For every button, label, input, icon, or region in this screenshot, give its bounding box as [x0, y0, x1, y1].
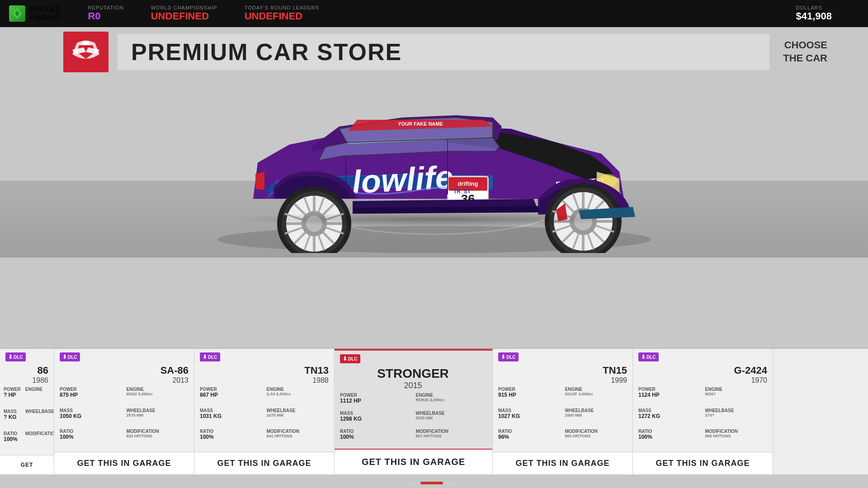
car-card-g2424[interactable]: ⬇ DLC G-2424 1970 POWER 1124 HP ENGINE M…: [633, 349, 773, 474]
store-title: PREMIUM CAR STORE: [131, 38, 402, 66]
ratio-stronger: 100%: [340, 434, 411, 440]
dlc-badge-tn15: ⬇ DLC: [498, 352, 519, 361]
mod-sa86: 833 HP/TONS: [127, 434, 189, 438]
profile-name: FuriDori3: [30, 14, 61, 22]
get-garage-btn-g2424[interactable]: GET THIS IN GARAGE: [633, 452, 773, 474]
profile-label: PROFILE: [30, 5, 61, 14]
mod-label-stronger: MODIFICATION: [416, 429, 487, 434]
ratio-label-sa86: RATIO: [60, 429, 122, 434]
car-display-area: YOUR FAKE NAME lowlife drifting 36 TR_ST…: [90, 72, 778, 253]
get-garage-btn-tn13[interactable]: GET THIS IN GARAGE: [194, 452, 334, 474]
car-year-stronger: 2015: [339, 381, 487, 390]
power-g2424: 1124 HP: [638, 392, 701, 398]
round-leaders-value: UNDEFINED: [245, 10, 319, 22]
car-year-tn15: 1999: [520, 376, 627, 385]
reputation-label: REPUTATION: [88, 5, 123, 10]
dlc-badge-stronger: ⬇ DLC: [340, 354, 360, 363]
store-logo: [63, 32, 108, 72]
top-bar: PROFILE FuriDori3 REPUTATION R0 WORLD CH…: [0, 0, 868, 27]
wb-label-tn13: WHEELBASE: [267, 408, 329, 413]
store-title-bg: PREMIUM CAR STORE: [118, 34, 769, 70]
mod-label-tn15: MODIFICATION: [565, 429, 627, 434]
mass-label-stronger: MASS: [340, 411, 411, 416]
car-name-partial: 86: [27, 365, 48, 376]
choose-car-button[interactable]: CHOOSETHE CAR: [769, 32, 841, 71]
mod-label-sa86: MODIFICATION: [127, 429, 189, 434]
car-card-sa86[interactable]: ⬇ DLC SA-86 2013 POWER 875 HP ENGINE MS6…: [54, 349, 194, 474]
championship-value: UNDEFINED: [151, 10, 217, 22]
wb-sa86: 2570 MM: [127, 413, 189, 418]
power-tn13: 867 HP: [200, 392, 262, 398]
ratio-tn13: 100%: [200, 434, 262, 440]
mod-tn13: 841 HP/TONS: [267, 434, 329, 438]
ratio-tn15: 96%: [498, 434, 561, 440]
engine-label-sa86: ENGINE: [127, 387, 189, 392]
ratio-label-stronger: RATIO: [340, 429, 411, 434]
championship-label: WORLD CHAMPIONSHIP: [151, 5, 217, 10]
svg-text:YOUR FAKE NAME: YOUR FAKE NAME: [398, 121, 443, 127]
dlc-badge-tn13: ⬇ DLC: [200, 352, 220, 361]
dlc-badge-sa86: ⬇ DLC: [60, 352, 80, 361]
ratio-label-tn13: RATIO: [200, 429, 262, 434]
car-carousel: ⬇ DLC 86 1986 POWER ? HP ENGINE MASS ? K…: [0, 348, 868, 474]
car-year-tn13: 1988: [222, 376, 329, 385]
power-stronger: 1112 HP: [340, 398, 411, 404]
engine-label-tn13: ENGINE: [267, 387, 329, 392]
car-year-g2424: 1970: [660, 376, 767, 385]
wb-g2424: 274?: [705, 413, 768, 418]
get-garage-btn-partial[interactable]: GET: [0, 455, 54, 474]
choose-car-label: CHOOSETHE CAR: [783, 39, 827, 65]
mass-label-tn13: MASS: [200, 408, 262, 413]
mod-label-tn13: MODIFICATION: [267, 429, 329, 434]
mass-tn13: 1031 KG: [200, 413, 262, 419]
mass-label-g2424: MASS: [638, 408, 701, 413]
ratio-label-tn15: RATIO: [498, 429, 561, 434]
get-garage-btn-tn15[interactable]: GET THIS IN GARAGE: [493, 452, 632, 474]
engine-label-g2424: ENGINE: [705, 387, 768, 392]
mod-label-g2424: MODIFICATION: [705, 429, 768, 434]
get-garage-btn-stronger[interactable]: GET THIS IN GARAGE: [335, 449, 492, 474]
power-sa86: 875 HP: [60, 392, 122, 398]
scroll-indicator[interactable]: [407, 482, 461, 484]
car-name-sa86: SA-86: [81, 365, 189, 376]
wb-tn13: 2475 MM: [267, 413, 329, 418]
mass-tn15: 1027 KG: [498, 413, 561, 419]
car-card-partial-left[interactable]: ⬇ DLC 86 1986 POWER ? HP ENGINE MASS ? K…: [0, 349, 54, 474]
power-label-g2424: POWER: [638, 387, 701, 392]
car-year-sa86: 2013: [81, 376, 189, 385]
scroll-thumb[interactable]: [420, 482, 443, 484]
engine-g2424: MS6?: [705, 392, 768, 396]
car-name-g2424: G-2424: [660, 365, 767, 376]
store-header: PREMIUM CAR STORE CHOOSETHE CAR: [63, 32, 841, 72]
car-card-stronger[interactable]: ⬇ DLC STRONGER 2015 POWER 1112 HP ENGINE…: [335, 349, 493, 474]
car-year-partial: 1986: [27, 376, 48, 385]
car-name-tn15: TN15: [520, 365, 627, 376]
power-label-tn15: POWER: [498, 387, 561, 392]
power-label-tn13: POWER: [200, 387, 262, 392]
mod-stronger: 857 HP/TONS: [416, 434, 487, 438]
mod-g2424: 858 HP/TONS: [705, 434, 768, 438]
wb-stronger: 2525 MM: [416, 416, 487, 420]
mass-label-sa86: MASS: [60, 408, 122, 413]
profile-icon: [9, 5, 25, 22]
engine-label-tn15: ENGINE: [565, 387, 627, 392]
mass-sa86: 1050 KG: [60, 413, 122, 419]
power-label-stronger: POWER: [340, 393, 411, 398]
ratio-label-g2424: RATIO: [638, 429, 701, 434]
get-garage-btn-sa86[interactable]: GET THIS IN GARAGE: [54, 452, 194, 474]
ground-shadow: [231, 212, 637, 226]
dollars-value: $41,908: [796, 10, 832, 22]
mass-stronger: 1298 KG: [340, 416, 411, 422]
engine-stronger: RSR20 2,000cc: [416, 398, 487, 402]
wb-label-tn15: WHEELBASE: [565, 408, 627, 413]
reputation-value: R0: [88, 10, 123, 22]
engine-tn13: ILS3 6,200cc: [267, 392, 329, 396]
car-card-tn15[interactable]: ⬇ DLC TN15 1999 POWER 915 HP ENGINE 20UZ…: [493, 349, 633, 474]
svg-text:drifting: drifting: [458, 180, 478, 187]
power-tn15: 915 HP: [498, 392, 561, 398]
power-label-sa86: POWER: [60, 387, 122, 392]
car-card-tn13[interactable]: ⬇ DLC TN13 1988 POWER 867 HP ENGINE ILS3…: [194, 349, 335, 474]
ratio-g2424: 100%: [638, 434, 701, 440]
dollars-label: DOLLARS: [796, 5, 832, 10]
car-name-stronger: STRONGER: [339, 366, 487, 381]
